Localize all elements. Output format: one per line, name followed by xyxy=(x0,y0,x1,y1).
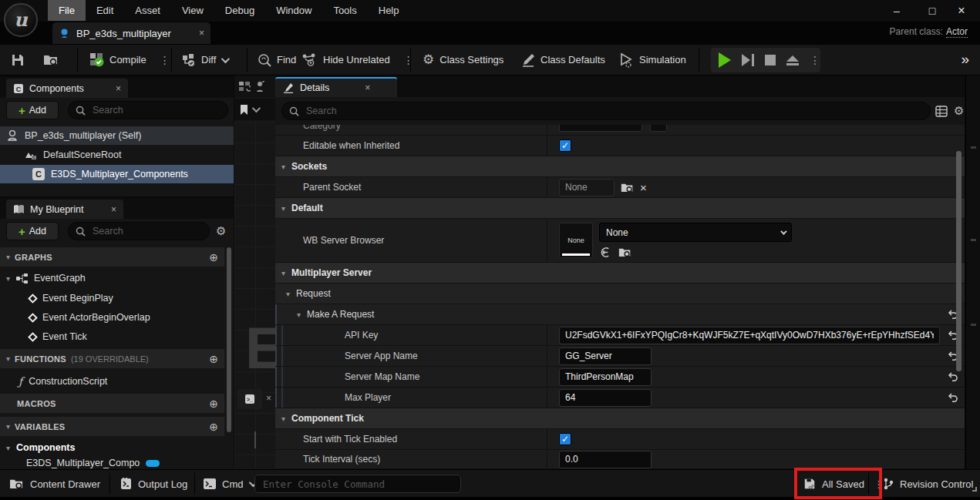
play-icon[interactable] xyxy=(719,52,731,68)
browse-button[interactable] xyxy=(43,45,59,75)
server-map-name-input[interactable] xyxy=(559,368,652,386)
cmd-selector[interactable]: Cmd xyxy=(204,470,255,498)
close-button[interactable]: × xyxy=(948,0,975,22)
search-input[interactable] xyxy=(91,225,202,237)
category-dropdown-arrow[interactable] xyxy=(650,125,667,132)
folder-search-icon[interactable] xyxy=(618,247,631,258)
menu-asset[interactable]: Asset xyxy=(124,0,171,21)
class-settings-button[interactable]: ⚙ Class Settings xyxy=(423,45,503,75)
add-blueprint-item-button[interactable]: +Add xyxy=(6,222,59,240)
start-tick-checkbox[interactable] xyxy=(559,433,571,445)
tab-details[interactable]: Details × xyxy=(275,77,397,97)
clear-icon[interactable]: × xyxy=(640,181,647,194)
editable-checkbox[interactable] xyxy=(559,139,571,152)
details-scrollbar[interactable] xyxy=(956,151,961,371)
hide-unrelated-button[interactable]: Hide Unrelated ⋮ xyxy=(302,45,414,75)
console-command-input[interactable] xyxy=(254,475,461,493)
category-dropdown[interactable] xyxy=(559,125,642,132)
class-defaults-button[interactable]: Class Defaults xyxy=(521,45,605,75)
search-input[interactable] xyxy=(91,104,221,116)
max-player-input[interactable] xyxy=(559,389,652,407)
tree-item-eventgraph[interactable]: ▾ EventGraph xyxy=(0,269,224,287)
menu-edit[interactable]: Edit xyxy=(86,0,124,21)
output-log-button[interactable]: Output Log xyxy=(120,470,187,498)
menu-file[interactable]: File xyxy=(48,0,86,21)
asset-thumbnail[interactable]: None xyxy=(559,223,593,258)
find-button[interactable]: Find xyxy=(258,45,296,75)
reset-to-default-icon[interactable] xyxy=(948,393,958,403)
play-options-icon[interactable]: ⋮ xyxy=(810,54,820,66)
menu-help[interactable]: Help xyxy=(368,0,410,21)
details-section-make-a-request[interactable]: ▾ Make A Request xyxy=(275,304,965,325)
tree-item-self[interactable]: BP_e3ds_multiplayer (Self) xyxy=(0,126,234,145)
gear-icon[interactable]: ⚙ xyxy=(954,104,964,118)
tree-item-e3ds-multiplayer-components[interactable]: C E3DS_Multiplayer_Components xyxy=(0,165,234,183)
close-icon[interactable]: × xyxy=(199,28,204,39)
api-key-input[interactable] xyxy=(559,327,940,344)
my-blueprint-scrollbar[interactable] xyxy=(227,247,231,432)
gear-icon[interactable]: ⚙ xyxy=(216,224,226,238)
simulation-button[interactable]: Simulation xyxy=(618,45,686,75)
add-variable-icon[interactable]: ⊕ xyxy=(209,421,218,433)
details-section-default[interactable]: ▾ Default xyxy=(275,198,965,219)
close-icon[interactable]: × xyxy=(116,83,121,94)
stop-icon[interactable] xyxy=(765,55,776,65)
details-section-request[interactable]: ▾ Request xyxy=(275,284,965,304)
add-macro-icon[interactable]: ⊕ xyxy=(209,398,218,410)
wb-server-browser-dropdown[interactable]: None xyxy=(599,223,792,242)
parent-class-link[interactable]: Actor xyxy=(946,26,968,38)
compiler-results-tab[interactable]: >_ xyxy=(237,389,262,409)
toolbar-overflow-icon[interactable]: » xyxy=(961,51,969,68)
all-saved-button[interactable]: All Saved xyxy=(803,470,864,498)
splitter-handle[interactable] xyxy=(254,431,256,448)
frame-skip-icon[interactable] xyxy=(742,54,754,66)
tree-item-event-beginplay[interactable]: Event BeginPlay xyxy=(0,289,224,307)
content-drawer-button[interactable]: Content Drawer xyxy=(9,470,100,498)
bookmark-icon[interactable] xyxy=(239,104,249,116)
tick-interval-input[interactable] xyxy=(559,451,652,468)
compile-button[interactable]: Compile ⋮ xyxy=(89,45,170,75)
eject-icon[interactable] xyxy=(786,55,799,65)
debug-object-icon[interactable] xyxy=(255,81,264,92)
menu-window[interactable]: Window xyxy=(265,0,322,21)
close-icon[interactable]: × xyxy=(365,82,370,93)
components-search[interactable] xyxy=(68,101,228,119)
tree-item-event-tick[interactable]: Event Tick xyxy=(0,327,224,346)
details-section-multiplayer-server[interactable]: ▾ Multiplayer Server xyxy=(275,263,965,284)
variable-e3ds-multiplayer-compo[interactable]: E3DS_Multiplayer_Compo xyxy=(0,454,224,469)
details-search[interactable] xyxy=(281,102,931,120)
section-graphs[interactable]: ▾ GRAPHS ⊕ xyxy=(0,247,224,267)
tab-components[interactable]: C Components × xyxy=(6,79,128,98)
maximize-button[interactable]: □ xyxy=(919,0,945,22)
compile-options-icon[interactable]: ⋮ xyxy=(160,54,170,66)
diff-button[interactable]: Diff xyxy=(182,45,227,75)
revision-control-button[interactable]: Revision Control xyxy=(883,470,973,498)
section-variables[interactable]: ▾ VARIABLES ⊕ xyxy=(0,417,224,436)
minimize-button[interactable]: – xyxy=(884,0,910,22)
display-options-grid-icon[interactable] xyxy=(935,106,948,117)
tab-my-blueprint[interactable]: My Blueprint × xyxy=(6,200,123,219)
details-section-component-tick[interactable]: ▾ Component Tick xyxy=(275,408,965,429)
tree-item-constructionscript[interactable]: ƒ ConstructionScript xyxy=(0,372,224,391)
tree-item-event-actorbeginoverlap[interactable]: Event ActorBeginOverlap xyxy=(0,308,224,327)
add-component-button[interactable]: +Add xyxy=(6,101,59,119)
section-functions[interactable]: ▾ FUNCTIONS (19 OVERRIDABLE) ⊕ xyxy=(0,349,224,368)
my-blueprint-search[interactable] xyxy=(68,222,210,240)
add-function-icon[interactable]: ⊕ xyxy=(209,353,218,365)
server-app-name-input[interactable] xyxy=(559,347,652,365)
hide-unrelated-options-icon[interactable]: ⋮ xyxy=(403,54,414,66)
folder-search-icon[interactable] xyxy=(621,182,634,193)
use-selected-asset-icon[interactable] xyxy=(599,247,611,258)
save-button[interactable] xyxy=(11,45,25,75)
close-icon[interactable]: × xyxy=(266,393,271,404)
layout-grid-icon[interactable] xyxy=(239,82,251,92)
parent-socket-value[interactable]: None xyxy=(559,179,615,196)
details-section-sockets[interactable]: ▾ Sockets xyxy=(275,156,965,177)
add-graph-icon[interactable]: ⊕ xyxy=(209,251,218,263)
search-input[interactable] xyxy=(305,105,923,117)
menu-view[interactable]: View xyxy=(171,0,214,21)
reset-to-default-icon[interactable] xyxy=(948,372,958,382)
tree-item-defaultsceneroot[interactable]: C DefaultSceneRoot xyxy=(0,146,234,164)
menu-tools[interactable]: Tools xyxy=(322,0,367,21)
chevron-down-icon[interactable] xyxy=(252,104,261,112)
